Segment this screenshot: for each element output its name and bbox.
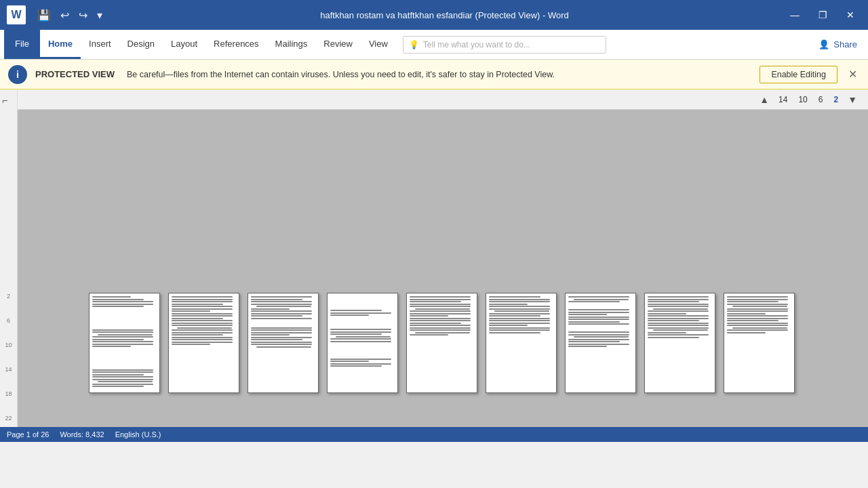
main-content: ⌐ 2 6 10 14 18 22 ▲ 14 10 6 2 ▼ [0,89,868,427]
page-numbers: 14 10 6 2 [776,94,841,105]
page-thumbnail-9[interactable] [724,293,795,393]
document-title: haftkhan rostam va hatftkhan esfandiar (… [106,10,783,20]
document-area: ▲ 14 10 6 2 ▼ [18,89,868,427]
page-num-10[interactable]: 10 [795,94,810,105]
tab-review[interactable]: Review [315,30,361,59]
page-num-6[interactable]: 6 [816,94,826,105]
page-1-content [90,293,159,392]
page-thumbnail-1[interactable] [89,293,160,393]
status-bar: Page 1 of 26 Words: 8,432 English (U.S.) [0,427,868,442]
page-num-2[interactable]: 2 [831,94,841,105]
left-ruler: ⌐ 2 6 10 14 18 22 [0,89,18,427]
ribbon-tabs: File Home Insert Design Layout Reference… [4,30,396,59]
tab-home[interactable]: Home [40,30,81,59]
page-thumbnail-6[interactable] [486,293,557,393]
share-button[interactable]: 👤 Share [812,37,864,52]
page-info[interactable]: Page 1 of 26 [7,430,49,439]
ruler-mark: 22 [5,415,12,427]
window-controls: — ❐ ✕ [783,7,861,23]
minimize-button[interactable]: — [783,7,806,23]
page-thumbnail-5[interactable] [406,293,477,393]
share-person-icon: 👤 [818,39,829,49]
redo-button[interactable]: ↪ [75,6,91,24]
ruler-mark: 2 [5,293,12,305]
tab-insert[interactable]: Insert [81,30,119,59]
scroll-up-button[interactable]: ▲ [757,93,772,106]
title-bar-left: W 💾 ↩ ↪ ▾ [7,5,106,24]
enable-editing-button[interactable]: Enable Editing [760,66,837,83]
ruler-icon: ⌐ [2,95,7,106]
protected-view-message: Be careful—files from the Internet can c… [127,70,751,79]
page-thumbnail-4[interactable] [327,293,398,393]
share-label: Share [833,39,857,49]
ribbon: File Home Insert Design Layout Reference… [0,30,868,60]
search-box[interactable]: 💡 Tell me what you want to do... [403,36,606,54]
ruler-mark: 10 [5,342,12,354]
close-button[interactable]: ✕ [840,7,861,23]
tab-mailings[interactable]: Mailings [267,30,316,59]
page-thumbnail-2[interactable] [168,293,239,393]
page-thumbnail-8[interactable] [644,293,715,393]
page-navigation-bar: ▲ 14 10 6 2 ▼ [18,89,868,110]
language[interactable]: English (U.S.) [115,430,161,439]
page-num-14[interactable]: 14 [776,94,790,105]
page-thumbnail-3[interactable] [248,293,319,393]
undo-button[interactable]: ↩ [57,6,73,24]
tab-view[interactable]: View [361,30,396,59]
tab-file[interactable]: File [4,30,40,59]
tab-references[interactable]: References [205,30,267,59]
search-placeholder: Tell me what you want to do... [423,40,530,49]
restore-button[interactable]: ❐ [812,7,834,23]
search-icon: 💡 [409,40,419,49]
tab-layout[interactable]: Layout [163,30,205,59]
ruler-mark: 18 [5,390,12,403]
protected-view-icon: i [8,65,27,84]
protected-view-close-button[interactable]: ✕ [846,68,860,81]
page-thumbnail-7[interactable] [565,293,636,393]
protected-view-label: PROTECTED VIEW [35,69,115,79]
save-button[interactable]: 💾 [34,6,54,24]
ruler-mark: 14 [5,366,12,378]
title-bar: W 💾 ↩ ↪ ▾ haftkhan rostam va hatftkhan e… [0,0,868,30]
protected-view-bar: i PROTECTED VIEW Be careful—files from t… [0,60,868,89]
ruler-mark: 6 [5,317,12,329]
quick-access-dropdown[interactable]: ▾ [94,6,106,24]
scroll-down-button[interactable]: ▼ [845,93,860,106]
word-count[interactable]: Words: 8,432 [60,430,104,439]
tab-design[interactable]: Design [119,30,163,59]
word-icon: W [7,5,26,24]
quick-access-toolbar: 💾 ↩ ↪ ▾ [34,6,106,24]
document-upper-area [18,110,868,286]
pages-container [18,110,868,427]
pages-row [18,286,868,407]
